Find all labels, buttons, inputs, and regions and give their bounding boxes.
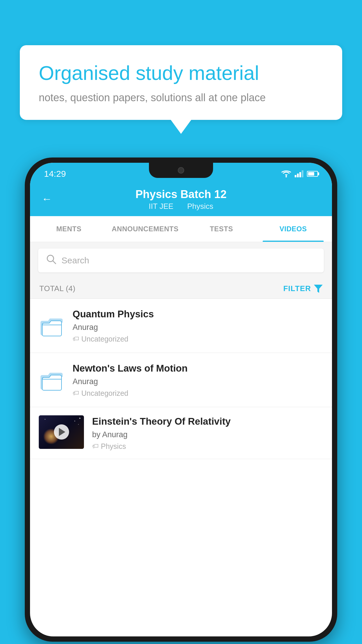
filter-label: FILTER [283, 284, 311, 293]
video-thumbnail-einstein [39, 415, 84, 449]
tag-icon: 🏷 [92, 442, 99, 450]
video-info-einstein: Einstein's Theory Of Relativity by Anura… [92, 415, 323, 451]
tab-videos[interactable]: VIDEOS [257, 216, 329, 242]
video-author-einstein: by Anurag [92, 430, 323, 439]
filter-button[interactable]: FILTER [283, 284, 323, 293]
phone-camera [178, 167, 184, 174]
tab-ments[interactable]: MENTS [33, 216, 105, 242]
folder-icon-newton [39, 367, 64, 393]
filter-funnel-icon [314, 285, 323, 293]
svg-rect-3 [297, 174, 299, 177]
battery-icon [307, 171, 318, 177]
video-tag-label-newton: Uncategorized [81, 389, 128, 398]
total-count: TOTAL (4) [39, 284, 75, 293]
video-list: Quantum Physics Anurag 🏷 Uncategorized [30, 299, 332, 459]
svg-line-7 [53, 261, 56, 264]
video-tag-label-quantum: Uncategorized [81, 335, 128, 343]
svg-rect-5 [302, 170, 303, 177]
video-title-quantum: Quantum Physics [73, 308, 323, 321]
tag-icon: 🏷 [73, 389, 79, 397]
svg-marker-0 [285, 174, 288, 176]
video-author-quantum: Anurag [73, 323, 323, 332]
video-tag-newton: 🏷 Uncategorized [73, 389, 323, 398]
svg-marker-8 [314, 285, 323, 293]
phone-frame: 14:29 [25, 158, 337, 642]
video-title-einstein: Einstein's Theory Of Relativity [92, 415, 323, 428]
search-icon [46, 254, 56, 267]
back-button[interactable]: ← [42, 193, 52, 205]
header-title-section: Physics Batch 12 IIT JEE Physics [136, 188, 227, 211]
status-icons [281, 170, 318, 177]
svg-rect-4 [299, 172, 301, 177]
phone-notch [149, 163, 213, 178]
svg-point-1 [286, 176, 287, 177]
total-filter-bar: TOTAL (4) FILTER [30, 279, 332, 299]
video-tag-label-einstein: Physics [101, 442, 126, 451]
list-item[interactable]: Einstein's Theory Of Relativity by Anura… [30, 407, 332, 459]
speech-bubble: Organised study material notes, question… [20, 45, 342, 120]
video-tag-einstein: 🏷 Physics [92, 442, 323, 451]
tab-tests[interactable]: TESTS [185, 216, 257, 242]
video-tag-quantum: 🏷 Uncategorized [73, 335, 323, 343]
video-title-newton: Newton's Laws of Motion [73, 362, 323, 375]
speech-bubble-container: Organised study material notes, question… [20, 45, 342, 120]
search-placeholder: Search [61, 256, 89, 265]
phone-inner: 14:29 [30, 163, 332, 636]
list-item[interactable]: Quantum Physics Anurag 🏷 Uncategorized [30, 299, 332, 353]
video-info-newton: Newton's Laws of Motion Anurag 🏷 Uncateg… [73, 362, 323, 398]
search-box[interactable]: Search [38, 249, 324, 272]
header-title: Physics Batch 12 [136, 188, 227, 201]
search-container: Search [30, 242, 332, 279]
header-subtitle-part1: IIT JEE [149, 202, 173, 211]
tab-announcements[interactable]: ANNOUNCEMENTS [105, 216, 185, 242]
list-item[interactable]: Newton's Laws of Motion Anurag 🏷 Uncateg… [30, 353, 332, 407]
header-subtitle-part2: Physics [187, 202, 213, 211]
tag-icon: 🏷 [73, 335, 79, 343]
app-header: ← Physics Batch 12 IIT JEE Physics [30, 182, 332, 216]
wifi-icon [281, 170, 291, 177]
header-subtitle: IIT JEE Physics [136, 202, 227, 211]
signal-icon [295, 170, 303, 177]
play-button-einstein[interactable] [54, 424, 69, 440]
video-info-quantum: Quantum Physics Anurag 🏷 Uncategorized [73, 308, 323, 343]
video-author-newton: Anurag [73, 377, 323, 386]
folder-icon-quantum [39, 313, 64, 338]
bubble-subtitle: notes, question papers, solutions all at… [39, 92, 323, 104]
bubble-title: Organised study material [39, 61, 323, 85]
svg-rect-2 [295, 175, 296, 177]
status-time: 14:29 [44, 169, 66, 179]
tabs-bar: MENTS ANNOUNCEMENTS TESTS VIDEOS [30, 216, 332, 242]
